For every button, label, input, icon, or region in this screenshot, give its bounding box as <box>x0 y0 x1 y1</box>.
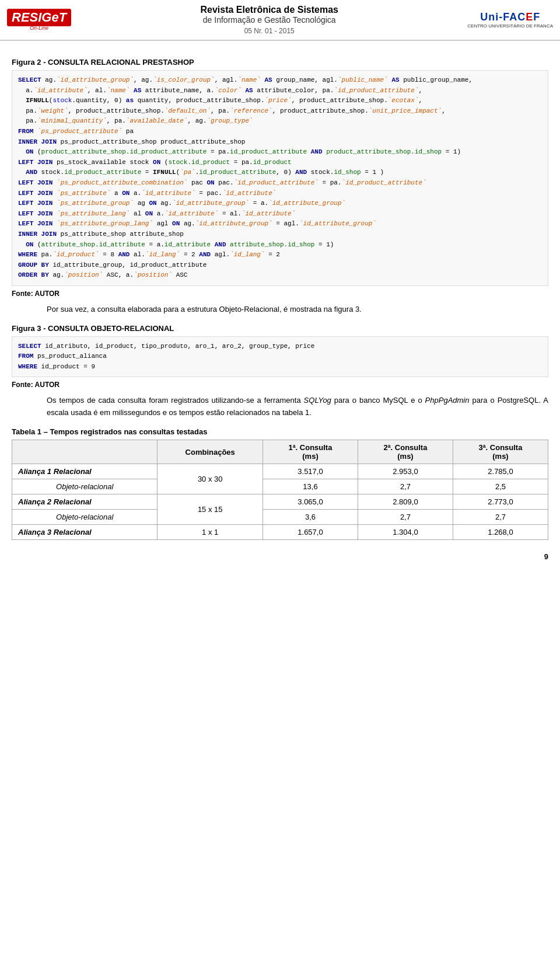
unifacef-logo: Uni-FACEF <box>480 11 540 23</box>
alianca1-combinacoes: 30 x 30 <box>158 464 263 494</box>
alianca1-obj-label: Objeto-relacional <box>12 479 158 494</box>
alianca2-obj-c1: 3,6 <box>263 510 358 525</box>
table-row: Aliança 1 Relacional 30 x 30 3.517,0 2.9… <box>12 464 548 479</box>
figure2-title: Figura 2 - CONSULTA RELACIONAL PRESTASHO… <box>12 58 548 67</box>
header-center: Revista Eletrônica de Sistemas de Inform… <box>83 5 456 35</box>
alianca3-rel-c3: 1.268,0 <box>453 525 548 540</box>
table-header-combinacoes: Combinações <box>158 440 263 464</box>
alianca1-obj-c3: 2,5 <box>453 479 548 494</box>
table-row: Objeto-relacional 13,6 2,7 2,5 <box>12 479 548 494</box>
alianca2-rel-c1: 3.065,0 <box>263 494 358 510</box>
resiget-sub: On-Line <box>7 25 71 31</box>
body-paragraph-1: Por sua vez, a consulta elaborada para a… <box>47 304 548 316</box>
main-content: Figura 2 - CONSULTA RELACIONAL PRESTASHO… <box>0 41 560 549</box>
table-row: Aliança 2 Relacional 15 x 15 3.065,0 2.8… <box>12 494 548 510</box>
page-header: RESIGeT On-Line Revista Eletrônica de Si… <box>0 0 560 41</box>
figure3-title: Figura 3 - CONSULTA OBJETO-RELACIONAL <box>12 324 548 333</box>
figure2-code: SELECT ag.`id_attribute_group`, ag.`is_c… <box>12 70 548 286</box>
results-table: Combinações 1ª. Consulta(ms) 2ª. Consult… <box>12 440 548 540</box>
sqlyo-text: SQLYog <box>304 396 331 405</box>
figure2-fonte: Fonte: AUTOR <box>12 290 548 298</box>
alianca2-obj-c3: 2,7 <box>453 510 548 525</box>
alianca3-rel-c1: 1.657,0 <box>263 525 358 540</box>
alianca1-obj-c1: 13,6 <box>263 479 358 494</box>
table-row: Objeto-relacional 3,6 2,7 2,7 <box>12 510 548 525</box>
body-paragraph-2: Os tempos de cada consulta foram registr… <box>47 395 548 419</box>
table-header-col2: 2ª. Consulta(ms) <box>358 440 453 464</box>
alianca2-relacional-label: Aliança 2 Relacional <box>12 494 158 510</box>
issue-number: 05 Nr. 01 - 2015 <box>83 27 456 35</box>
table-header-col1: 1ª. Consulta(ms) <box>263 440 358 464</box>
alianca1-rel-c3: 2.785,0 <box>453 464 548 479</box>
alianca1-relacional-label: Aliança 1 Relacional <box>12 464 158 479</box>
alianca3-relacional-label: Aliança 3 Relacional <box>12 525 158 540</box>
figure3-fonte: Fonte: AUTOR <box>12 381 548 389</box>
alianca1-rel-c2: 2.953,0 <box>358 464 453 479</box>
figure3-code: SELECT id_atributo, id_product, tipo_pro… <box>12 336 548 378</box>
table-row: Aliança 3 Relacional 1 x 1 1.657,0 1.304… <box>12 525 548 540</box>
table-header-empty <box>12 440 158 464</box>
table-header-row: Combinações 1ª. Consulta(ms) 2ª. Consult… <box>12 440 548 464</box>
alianca1-rel-c1: 3.517,0 <box>263 464 358 479</box>
unifacef-accent: E <box>526 11 533 23</box>
body-text2-part1: Os tempos de cada consulta foram registr… <box>47 396 304 405</box>
right-logo-group: Uni-FACEF CENTRO UNIVERSITÁRIO DE FRANCA <box>467 11 553 29</box>
alianca2-combinacoes: 15 x 15 <box>158 494 263 525</box>
left-logo-group: RESIGeT On-Line <box>7 9 71 31</box>
alianca2-rel-c3: 2.773,0 <box>453 494 548 510</box>
alianca2-rel-c2: 2.809,0 <box>358 494 453 510</box>
journal-title-2: de Informação e Gestão Tecnológica <box>83 15 456 25</box>
alianca3-combinacoes: 1 x 1 <box>158 525 263 540</box>
alianca3-rel-c2: 1.304,0 <box>358 525 453 540</box>
resiget-logo: RESIGeT <box>7 9 71 26</box>
table-header-col3: 3ª. Consulta(ms) <box>453 440 548 464</box>
alianca1-obj-c2: 2,7 <box>358 479 453 494</box>
table-title: Tabela 1 – Tempos registrados nas consul… <box>12 427 548 436</box>
page-number: 9 <box>0 549 560 565</box>
journal-title-1: Revista Eletrônica de Sistemas <box>83 5 456 15</box>
phppa-text: PhpPgAdmin <box>425 396 470 405</box>
body-text2-part2: para o banco MySQL e o <box>331 396 425 405</box>
alianca2-obj-c2: 2,7 <box>358 510 453 525</box>
alianca2-obj-label: Objeto-relacional <box>12 510 158 525</box>
unifacef-subtitle: CENTRO UNIVERSITÁRIO DE FRANCA <box>467 23 553 29</box>
